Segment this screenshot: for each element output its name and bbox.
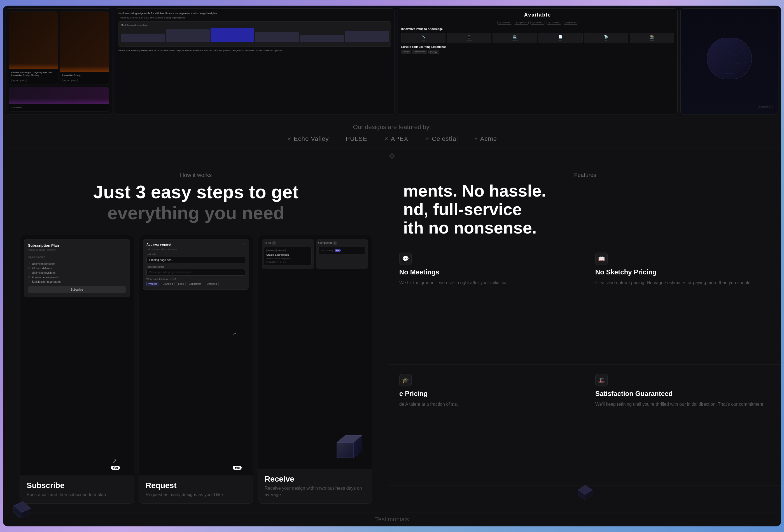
- step-subscribe-desc: Book a call and then subscribe to a plan: [27, 492, 127, 498]
- kanban-todo-count: 2: [272, 241, 276, 245]
- tag-website[interactable]: Website: [146, 282, 159, 286]
- how-it-works-title: Just 3 easy steps to get everything you …: [20, 182, 372, 224]
- feature-cards-grid: 💬 No Meetings We hit the ground—we dive …: [389, 243, 781, 486]
- acme-label: Acme: [480, 135, 497, 142]
- fractional-pricing-title: e Pricing: [399, 390, 575, 398]
- feature-card-no-meetings: 💬 No Meetings We hit the ground—we dive …: [389, 243, 585, 365]
- diamond-icon: [389, 153, 395, 159]
- kanban-card-desc: Description of the project: [266, 257, 309, 260]
- kanban-tag-website: Website: [276, 249, 286, 252]
- request-form: Add new request ✕ Tell us more about thi…: [143, 239, 249, 290]
- tag-changes[interactable]: Changes: [205, 282, 219, 286]
- featured-logos-row: ✕ Echo Valley PULSE ✕ APEX ✳ Celestial »…: [3, 135, 781, 142]
- how-it-works-label: How it works: [20, 172, 372, 178]
- panel3-elevate-title: Elevate Your Learning Experience: [401, 45, 674, 49]
- sub-features-list: ✓Unlimited requests ✓48 hour delivery ✓U…: [28, 262, 126, 283]
- request-form-title: Add new request: [146, 243, 171, 246]
- kanban-completed-column: Completed 6 Low Branding Me: [316, 239, 368, 269]
- diamond-separator: [3, 148, 781, 164]
- tag-application[interactable]: Application: [187, 282, 203, 286]
- logo-celestial: ✳ Celestial: [425, 135, 458, 142]
- graduation-icon: 🎓: [399, 374, 412, 386]
- step-receive-desc: Receive your design within two business …: [264, 485, 365, 498]
- panel3-tag-1: Design: [401, 50, 411, 54]
- panel1-card2-text: Innovative Design: [62, 74, 106, 77]
- panel3-logo-5: ◎ Loptimum: [563, 21, 578, 25]
- subscribe-button[interactable]: Subscribe: [28, 286, 126, 293]
- panel3-logo-2: ◎ Loptimum: [514, 21, 529, 25]
- acme-icon: »: [475, 136, 478, 142]
- kanban-tag-medium: Medium: [266, 249, 276, 252]
- no-sketchy-pricing-title: No Sketchy Pricing: [595, 268, 771, 276]
- how-title-line1: Just 3 easy steps to get: [93, 182, 299, 202]
- me-chip: Me: [335, 249, 340, 252]
- apex-icon: ✕: [384, 136, 389, 142]
- step-subscribe-title: Subscribe: [27, 481, 127, 490]
- kanban-todo-column: To do 2 Medium Website Create landin: [262, 239, 314, 269]
- kanban-card-1: Medium Website Create landing page Descr…: [264, 247, 312, 265]
- hat-icon: 🎩: [595, 374, 608, 386]
- step-request-title: Request: [146, 481, 246, 490]
- task-title-label: Task title: [146, 253, 245, 256]
- panel3-available-title: Available: [401, 12, 674, 18]
- request-form-subtitle: Tell us more about this task.: [146, 248, 245, 251]
- bottom-section: How it works Just 3 easy steps to get ev…: [3, 164, 781, 512]
- panel1-bottom-text: Special shot: [11, 106, 106, 109]
- step-subscribe: Subscription Plan Pause or cancel anytim…: [20, 235, 134, 504]
- celestial-icon: ✳: [425, 136, 429, 142]
- icon-cell-3: 💻Desktop: [493, 33, 537, 43]
- no-meetings-title: No Meetings: [399, 268, 575, 276]
- features-section: Features ments. No hassle. nd, full-serv…: [389, 164, 781, 512]
- request-form-close-icon: ✕: [243, 243, 245, 246]
- kanban-completed-card: Low Branding Me: [318, 247, 366, 254]
- kanban-card-meta: 06.02.2024 ◻ 1 ⊙ 1: [266, 261, 309, 263]
- tag-branding[interactable]: Branding: [161, 282, 175, 286]
- sub-feature-1: ✓Unlimited requests: [28, 262, 126, 265]
- tag-logo[interactable]: Logo: [176, 282, 186, 286]
- abstract-shape-svg: [701, 30, 757, 86]
- feat-heading-line2: nd, full-service: [403, 200, 767, 219]
- panel3-innov-title: Innovative Paths to Knowledge: [401, 27, 674, 30]
- sub-plan-subtitle: Pause or cancel anytime: [28, 248, 126, 251]
- step-subscribe-info: Subscribe Book a call and then subscribe…: [20, 475, 134, 503]
- step-request: Add new request ✕ Tell us more about thi…: [139, 235, 253, 504]
- bottom-cube-left: [11, 496, 31, 512]
- task-desc-label: Task description: [146, 265, 245, 268]
- screenshot-panel-2: Explore cutting-edge tools for efficient…: [115, 8, 395, 115]
- step-request-preview: Add new request ✕ Tell us more about thi…: [139, 235, 253, 475]
- feat-heading-line3: ith no nonsense.: [403, 219, 767, 237]
- task-tags-row: Website Branding Logo Application Change…: [146, 282, 245, 286]
- sub-plan-title: Subscription Plan: [28, 243, 126, 248]
- kanban-board: To do 2 Medium Website Create landin: [262, 239, 368, 269]
- apex-label: APEX: [391, 135, 409, 142]
- sub-feature-3: ✓Unlimited revisions: [28, 271, 126, 274]
- featured-label: Our designs are featured by:: [3, 123, 781, 131]
- features-label: Features: [403, 172, 767, 178]
- kanban-card-title: Create landing page: [266, 253, 309, 256]
- icon-cell-6: 📸Media: [630, 33, 674, 43]
- sub-price: $4,499/month: [28, 254, 126, 259]
- feature-card-no-sketchy-pricing: 📖 No Sketchy Pricing Clear and upfront p…: [585, 243, 781, 365]
- satisfaction-desc: We'll keep refining until you're thrille…: [595, 401, 771, 408]
- you-label-2: You: [233, 466, 242, 470]
- satisfaction-title: Satisfaction Guaranteed: [595, 390, 771, 398]
- kanban-completed-count: 6: [333, 241, 337, 245]
- kanban-completed-header: Completed 6: [318, 241, 366, 245]
- kanban-completed-title: Completed: [318, 241, 332, 245]
- panel3-tag-2: Development: [412, 50, 427, 54]
- top-screenshots-area: Embark on a Digital Odyssey with Our Inn…: [3, 6, 781, 118]
- 3d-cube-decoration: [330, 427, 366, 464]
- sub-feature-2: ✓48 hour delivery: [28, 267, 126, 270]
- mini-cube-mid-svg: [576, 480, 595, 500]
- panel3-logo-4: ◎ Loptimum: [547, 21, 561, 25]
- features-heading: ments. No hassle. nd, full-service ith n…: [403, 182, 767, 237]
- cursor-request-icon: ↗: [232, 331, 236, 337]
- logo-acme: » Acme: [475, 135, 497, 142]
- features-top: Features ments. No hassle. nd, full-serv…: [389, 164, 781, 243]
- featured-section: Our designs are featured by: ✕ Echo Vall…: [3, 118, 781, 148]
- panel1-tag2: Highest quality: [62, 79, 78, 82]
- request-form-header: Add new request ✕: [146, 243, 245, 246]
- panel4-badge: Special shot: [757, 105, 773, 109]
- you-label-1: You: [111, 466, 120, 470]
- feat-heading-line1: ments. No hassle.: [403, 182, 767, 200]
